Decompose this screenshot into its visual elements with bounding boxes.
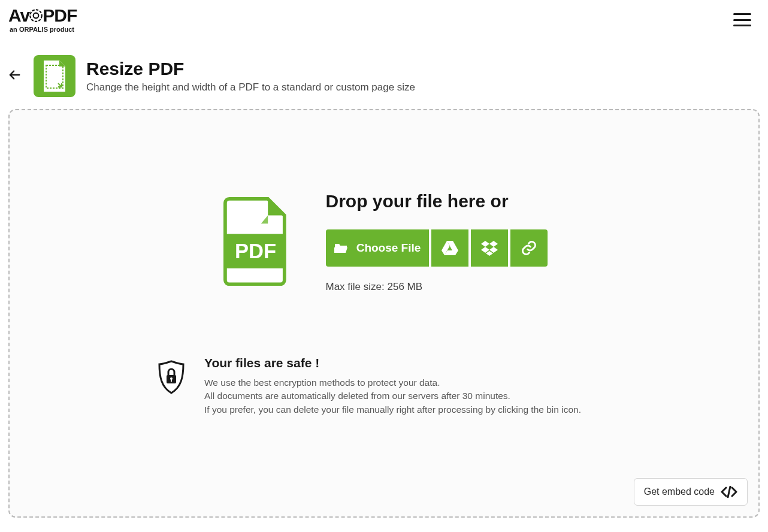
menu-icon[interactable]: [733, 13, 751, 26]
page-subtitle: Change the height and width of a PDF to …: [86, 81, 415, 93]
drop-heading: Drop your file here or: [326, 191, 548, 211]
max-file-size: Max file size: 256 MB: [326, 281, 548, 293]
svg-rect-7: [171, 379, 172, 382]
tool-logo: [34, 55, 75, 97]
safety-line2: All documents are automatically deleted …: [204, 389, 581, 403]
source-button-row: Choose File: [326, 229, 548, 267]
google-drive-button[interactable]: [431, 229, 468, 267]
header: Av PDF an ORPALIS product: [0, 0, 768, 36]
svg-text:PDF: PDF: [235, 240, 276, 262]
upload-controls: Drop your file here or Choose File: [326, 191, 548, 293]
arrow-left-icon: [8, 68, 22, 81]
logo-suffix: PDF: [43, 7, 77, 25]
back-button[interactable]: [8, 67, 23, 86]
safety-title: Your files are safe !: [204, 356, 581, 370]
dropbox-icon: [480, 240, 498, 256]
google-drive-icon: [441, 240, 459, 256]
svg-point-1: [34, 13, 39, 19]
logo-prefix: Av: [8, 7, 29, 25]
tool-title-block: Resize PDF Change the height and width o…: [86, 59, 415, 93]
dropbox-button[interactable]: [471, 229, 508, 267]
shield-lock-icon: [156, 359, 186, 398]
upload-area: PDF Drop your file here or Choose File: [10, 110, 758, 293]
logo-subline: an ORPALIS product: [10, 26, 74, 33]
link-icon: [521, 240, 537, 256]
safety-line1: We use the best encryption methods to pr…: [204, 376, 581, 389]
get-embed-code-button[interactable]: Get embed code: [634, 478, 748, 506]
dropzone[interactable]: PDF Drop your file here or Choose File: [8, 109, 760, 518]
logo-swirl-icon: [28, 8, 44, 23]
resize-page-icon: [40, 59, 69, 93]
svg-point-0: [31, 10, 43, 22]
tool-header: Resize PDF Change the height and width o…: [8, 55, 760, 97]
url-button[interactable]: [510, 229, 548, 267]
logo-text: Av PDF: [8, 7, 77, 25]
folder-open-icon: [334, 242, 348, 254]
safety-line3: If you prefer, you can delete your file …: [204, 403, 581, 416]
choose-file-label: Choose File: [356, 241, 421, 255]
logo[interactable]: Av PDF an ORPALIS product: [8, 7, 77, 33]
code-icon: [721, 486, 737, 498]
page-title: Resize PDF: [86, 59, 415, 79]
safety-info: Your files are safe ! We use the best en…: [156, 356, 581, 416]
pdf-file-icon: PDF: [221, 196, 290, 288]
safety-text: Your files are safe ! We use the best en…: [204, 356, 581, 416]
choose-file-button[interactable]: Choose File: [326, 229, 429, 267]
embed-label: Get embed code: [644, 486, 715, 497]
